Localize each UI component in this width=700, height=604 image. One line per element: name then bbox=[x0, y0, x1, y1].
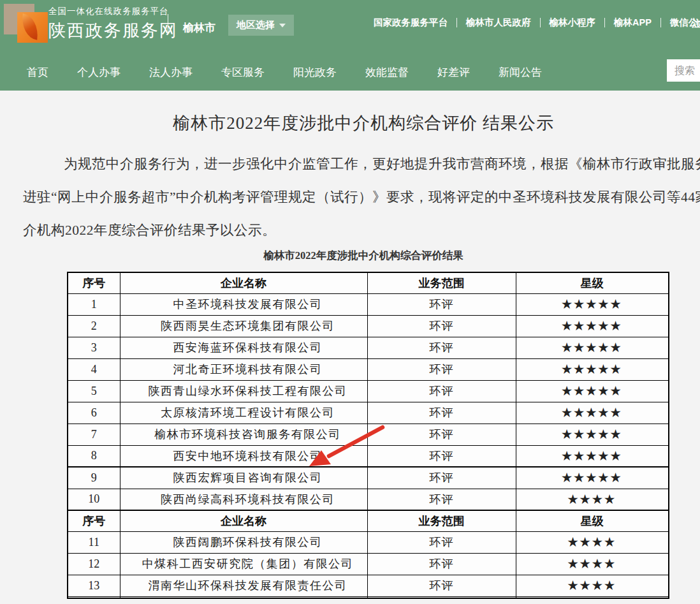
table-row: 8西安中地环境科技有限公司环评★★★★★ bbox=[68, 445, 669, 467]
cell-no: 4 bbox=[68, 358, 120, 380]
cell-scope: 环评 bbox=[367, 402, 516, 424]
table-row: 11陕西阔鹏环保科技有限公司环评★★★★ bbox=[68, 531, 669, 553]
region-selector-label: 地区选择 bbox=[237, 19, 275, 31]
table-header-row: 序号企业名称业务范围星级 bbox=[68, 510, 669, 531]
table-row: 13渭南华山环保科技发展有限责任公司环评★★★★ bbox=[68, 575, 669, 596]
nav-item-rating[interactable]: 好差评 bbox=[437, 62, 470, 84]
cell-name: 渭南华山环保科技发展有限责任公司 bbox=[120, 575, 367, 596]
cell-scope: 环评 bbox=[367, 380, 516, 402]
column-header: 星级 bbox=[516, 272, 669, 293]
header-link-yulin-miniprogram[interactable]: 榆林小程序 bbox=[541, 18, 606, 27]
cell-scope: 环评 bbox=[367, 337, 516, 358]
cell-no: 3 bbox=[68, 337, 120, 358]
cell-scope: 环评 bbox=[367, 293, 516, 315]
nav-item-news-announcements[interactable]: 新闻公告 bbox=[499, 62, 542, 84]
header-link-national-platform[interactable]: 国家政务服务平台 bbox=[365, 18, 457, 27]
site-header: 全国一体化在线政务服务平台 陕西政务服务网 榆林市 地区选择 国家政务服务平台榆… bbox=[0, 0, 700, 91]
site-logo bbox=[4, 4, 48, 48]
table-row: 1中圣环境科技发展有限公司环评★★★★★ bbox=[68, 293, 669, 315]
header-link-yulin-government[interactable]: 榆林市人民政府 bbox=[457, 18, 541, 27]
column-header: 企业名称 bbox=[120, 510, 367, 531]
cell-empty bbox=[120, 596, 367, 598]
cell-no: 9 bbox=[68, 467, 120, 489]
nav-item-personal-services[interactable]: 个人办事 bbox=[77, 62, 120, 84]
search-input[interactable] bbox=[667, 59, 700, 82]
column-header: 星级 bbox=[516, 510, 669, 531]
content: 榆林市2022年度涉批中介机构综合评价 结果公示 为规范中介服务行为，进一步强化… bbox=[0, 91, 700, 604]
cell-no: 1 bbox=[68, 293, 120, 315]
cell-no: 10 bbox=[68, 489, 120, 510]
cell-name: 中圣环境科技发展有限公司 bbox=[120, 293, 367, 315]
paragraph-line: 为规范中介服务行为，进一步强化中介监管工作，更好地提升我市营商环境，根据《榆林市… bbox=[23, 147, 700, 180]
cell-no: 2 bbox=[68, 315, 120, 337]
table-row: 6太原核清环境工程设计有限公司环评★★★★★ bbox=[68, 402, 669, 424]
cell-no: 12 bbox=[68, 553, 120, 575]
cell-name: 陕西雨昊生态环境集团有限公司 bbox=[120, 315, 367, 337]
cell-name: 西安海蓝环保科技有限公司 bbox=[120, 337, 367, 358]
table-row: 10陕西尚绿高科环境科技有限公司环评★★★★ bbox=[68, 489, 669, 510]
cell-scope: 环评 bbox=[367, 553, 516, 575]
cell-no: 6 bbox=[68, 402, 120, 424]
page-title: 榆林市2022年度涉批中介机构综合评价 结果公示 bbox=[0, 91, 700, 135]
cell-stars: ★★★★ bbox=[516, 575, 669, 596]
nav-item-efficiency-supervision[interactable]: 效能监督 bbox=[365, 62, 409, 84]
cell-name: 陕西宏辉项目咨询有限公司 bbox=[120, 467, 367, 489]
announcement-paragraph: 为规范中介服务行为，进一步强化中介监管工作，更好地提升我市营商环境，根据《榆林市… bbox=[23, 147, 700, 247]
column-header: 序号 bbox=[68, 272, 120, 293]
column-header: 序号 bbox=[68, 510, 120, 531]
cell-name: 榆林市环境科技咨询服务有限公司 bbox=[120, 424, 367, 445]
cell-scope: 环评 bbox=[367, 424, 516, 445]
table-row: 9陕西宏辉项目咨询有限公司环评★★★★★ bbox=[68, 467, 669, 489]
evaluation-table: 序号企业名称业务范围星级1中圣环境科技发展有限公司环评★★★★★2陕西雨昊生态环… bbox=[67, 272, 669, 599]
table-header-row: 序号企业名称业务范围星级 bbox=[68, 272, 669, 293]
table-row: 5陕西青山绿水环保科技工程有限公司环评★★★★★ bbox=[68, 380, 669, 402]
cell-stars: ★★★★ bbox=[516, 553, 669, 575]
cell-no: 13 bbox=[68, 575, 120, 596]
site-name: 陕西政务服务网 bbox=[48, 19, 178, 42]
cell-scope: 环评 bbox=[367, 358, 516, 380]
cell-name: 陕西阔鹏环保科技有限公司 bbox=[120, 531, 367, 553]
cell-stars: ★★★★★ bbox=[516, 445, 669, 467]
table-row: 3西安海蓝环保科技有限公司环评★★★★★ bbox=[68, 337, 669, 358]
cell-name: 陕西尚绿高科环境科技有限公司 bbox=[120, 489, 367, 510]
column-header: 企业名称 bbox=[120, 272, 367, 293]
cell-no: 11 bbox=[68, 531, 120, 553]
cell-scope: 环评 bbox=[367, 489, 516, 510]
table-row: 7榆林市环境科技咨询服务有限公司环评★★★★★ bbox=[68, 424, 669, 445]
table-row: 4河北奇正环境科技有限公司环评★★★★★ bbox=[68, 358, 669, 380]
column-header: 业务范围 bbox=[367, 510, 516, 531]
cell-stars: ★★★★★ bbox=[516, 337, 669, 358]
nav-item-transparent-government[interactable]: 阳光政务 bbox=[293, 62, 337, 84]
cell-stars: ★★★★★ bbox=[516, 467, 669, 489]
cell-name: 西安中地环境科技有限公司 bbox=[120, 445, 367, 467]
cell-name: 中煤科工西安研究院（集团）有限公司 bbox=[120, 553, 367, 575]
cell-stars: ★★★★ bbox=[516, 489, 669, 510]
cell-scope: 环评 bbox=[367, 315, 516, 337]
cell-no: 7 bbox=[68, 424, 120, 445]
register-link[interactable]: 注册 bbox=[692, 18, 700, 30]
nav-item-special-zone-services[interactable]: 专区服务 bbox=[221, 62, 265, 84]
region-selector-button[interactable]: 地区选择 bbox=[228, 15, 294, 36]
table-title: 榆林市2022年度涉批中介机构综合评价结果 bbox=[0, 249, 700, 263]
cell-stars: ★★★★ bbox=[516, 531, 669, 553]
current-city-label: 榆林市 bbox=[183, 20, 215, 35]
table-row-cutoff bbox=[68, 596, 669, 598]
table-row: 12中煤科工西安研究院（集团）有限公司环评★★★★ bbox=[68, 553, 669, 575]
cell-stars: ★★★★★ bbox=[516, 424, 669, 445]
paragraph-line: 进驻“网上中介服务超市”中介机构考评管理规定（试行）》要求，现将评定的中圣环境科… bbox=[23, 180, 700, 214]
column-header: 业务范围 bbox=[367, 272, 516, 293]
cell-empty bbox=[516, 596, 669, 598]
brand-block: 全国一体化在线政务服务平台 陕西政务服务网 bbox=[48, 6, 178, 42]
nav-item-legal-entity-services[interactable]: 法人办事 bbox=[149, 62, 193, 84]
nav-item-home[interactable]: 首页 bbox=[27, 62, 48, 84]
cell-stars: ★★★★★ bbox=[516, 358, 669, 380]
logo-leaf-icon bbox=[17, 12, 48, 43]
cell-name: 陕西青山绿水环保科技工程有限公司 bbox=[120, 380, 367, 402]
cell-name: 太原核清环境工程设计有限公司 bbox=[120, 402, 367, 424]
cell-empty bbox=[68, 596, 120, 598]
chevron-down-icon bbox=[279, 24, 286, 27]
header-link-yulin-app[interactable]: 榆林APP bbox=[605, 18, 661, 27]
cell-stars: ★★★★★ bbox=[516, 380, 669, 402]
cell-name: 河北奇正环境科技有限公司 bbox=[120, 358, 367, 380]
cell-scope: 环评 bbox=[367, 531, 516, 553]
